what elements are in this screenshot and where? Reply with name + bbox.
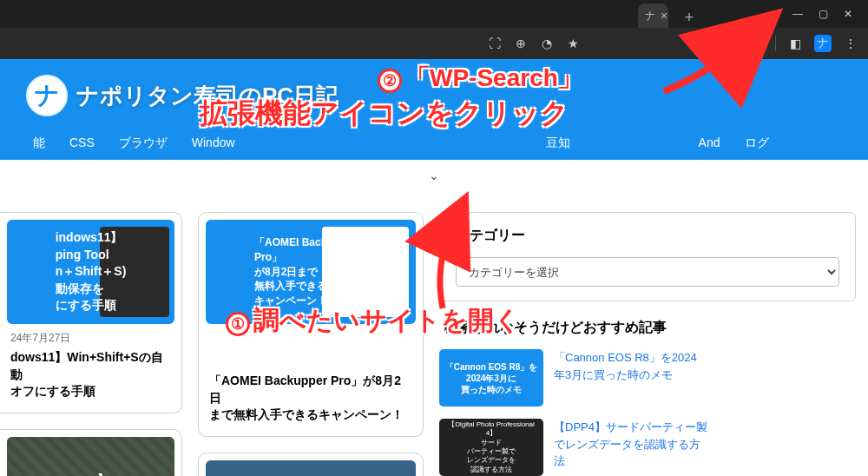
article-card[interactable]: indows11】 ping Tool n＋Shift＋S) 動保存を にする手…: [0, 212, 182, 413]
side-panel-icon[interactable]: ◧: [786, 35, 804, 52]
related-thumb: 「Cannon EOS R8」を 2024年3月に 買った時のメモ: [439, 349, 543, 407]
related-link[interactable]: 【DPP4】サードパーティー製 でレンズデータを認識する方 法: [554, 419, 856, 476]
site-logo-icon: ナ: [26, 75, 68, 116]
thumb-text: rome】 leレンズ: [68, 472, 115, 476]
close-window-icon[interactable]: ✕: [844, 8, 852, 20]
widget-title: カテゴリー: [456, 227, 839, 245]
card-title: dows11】Win+Shift+Sの自動 オフにする手順: [10, 349, 171, 400]
main-layout: indows11】 ping Tool n＋Shift＋S) 動保存を にする手…: [0, 198, 868, 476]
profile-avatar-icon[interactable]: ナ: [814, 35, 832, 52]
nav-item[interactable]: CSS: [69, 136, 95, 151]
middle-column: 「AOMEI Backupper Pro」 が8月2日まで 無料入手できる キャ…: [198, 212, 424, 476]
nav-item[interactable]: 能: [33, 136, 45, 151]
expand-chevron[interactable]: ⌄: [0, 160, 868, 198]
related-item[interactable]: 【Digital Photo Professional 4】 サード パーティー…: [439, 419, 856, 476]
site-header: ナ ナポリタン寿司のPC日記 能 CSS ブラウザ Window 豆知 And …: [0, 59, 868, 160]
thumb-text: indows11】 ping Tool n＋Shift＋S) 動保存を にする手…: [56, 229, 127, 314]
close-icon[interactable]: ×: [661, 9, 667, 23]
article-card[interactable]: rome】 leレンズ: [0, 429, 182, 476]
related-heading: 検索されなそうだけどおすすめ記事: [444, 319, 856, 337]
svg-point-0: [725, 40, 732, 47]
site-title: ナポリタン寿司のPC日記: [76, 81, 339, 111]
zoom-icon[interactable]: ⊕: [513, 36, 529, 51]
thumb-text: 「AOMEI Backupper Pro」 が8月2日まで 無料入手できる キャ…: [254, 235, 367, 308]
browser-titlebar: ナ × + — ▢ ✕: [0, 0, 868, 28]
browser-tab[interactable]: ナ ×: [638, 3, 668, 28]
card-thumbnail: indows11】 ping Tool n＋Shift＋S) 動保存を にする手…: [7, 220, 174, 324]
browser-toolbar: ⛶ ⊕ ◔ ★ ✦ ◧ ナ ⋮: [0, 28, 868, 59]
chevron-down-icon: ⌄: [429, 169, 439, 182]
card-thumbnail: 「AOMEI Backupper Pro」 が8月2日まで 無料入手できる キャ…: [206, 220, 416, 324]
window-controls: — ▢ ✕: [777, 0, 868, 28]
maximize-icon[interactable]: ▢: [819, 8, 828, 20]
category-widget: カテゴリー カテゴリーを選択: [439, 212, 856, 301]
nav-item[interactable]: ログ: [745, 136, 769, 151]
screen-icon[interactable]: ⛶: [487, 36, 503, 51]
translate-icon[interactable]: ◔: [539, 36, 555, 51]
right-sidebar: カテゴリー カテゴリーを選択 検索されなそうだけどおすすめ記事 「Cannon …: [439, 212, 868, 476]
menu-kebab-icon[interactable]: ⋮: [842, 35, 859, 52]
nav-item[interactable]: ブラウザ: [119, 136, 168, 151]
rel-thumb-text: 「Cannon EOS R8」を 2024年3月に 買った時のメモ: [445, 361, 538, 395]
new-tab-button[interactable]: +: [677, 7, 701, 28]
card-thumbnail: rome】 leレンズ: [7, 437, 174, 476]
related-thumb: 【Digital Photo Professional 4】 サード パーティー…: [439, 419, 543, 476]
omnibox-icons: ⛶ ⊕ ◔ ★: [487, 36, 598, 51]
minimize-icon[interactable]: —: [792, 8, 803, 20]
card-title: 「AOMEI Backupper Pro」が8月2日 まで無料入手できるキャンペ…: [209, 373, 412, 424]
site-title-row[interactable]: ナ ナポリタン寿司のPC日記: [26, 75, 842, 116]
related-item[interactable]: 「Cannon EOS R8」を 2024年3月に 買った時のメモ 「Canno…: [439, 349, 856, 407]
article-card[interactable]: 夏だ！ 2024年7月に: [198, 453, 424, 476]
card-thumbnail: 夏だ！ 2024年7月に: [206, 460, 416, 476]
tab-strip: ナ × +: [0, 3, 777, 28]
nav-item[interactable]: 豆知: [546, 136, 570, 151]
bookmark-icon[interactable]: ★: [565, 36, 581, 51]
site-nav: 能 CSS ブラウザ Window 豆知 And ログ: [26, 116, 842, 160]
left-column: indows11】 ping Tool n＋Shift＋S) 動保存を にする手…: [0, 212, 182, 476]
article-card[interactable]: 「AOMEI Backupper Pro」 が8月2日まで 無料入手できる キャ…: [198, 212, 424, 437]
nav-item[interactable]: Window: [192, 136, 235, 151]
tab-label: ナ: [645, 9, 655, 23]
category-select[interactable]: カテゴリーを選択: [456, 257, 839, 287]
rel-thumb-text: 【Digital Photo Professional 4】 サード パーティー…: [444, 420, 538, 474]
card-date: 24年7月27日: [10, 331, 171, 346]
related-link[interactable]: 「Cannon EOS R8」を2024 年3月に買った時のメモ: [554, 349, 856, 407]
nav-item[interactable]: And: [699, 136, 720, 151]
extension-icons: ✦ ◧ ナ ⋮: [598, 35, 859, 52]
extensions-puzzle-icon[interactable]: ✦: [747, 35, 765, 52]
page-content: ナ ナポリタン寿司のPC日記 能 CSS ブラウザ Window 豆知 And …: [0, 59, 868, 476]
wp-search-extension-icon[interactable]: [720, 35, 737, 52]
toolbar-divider: [775, 36, 776, 51]
